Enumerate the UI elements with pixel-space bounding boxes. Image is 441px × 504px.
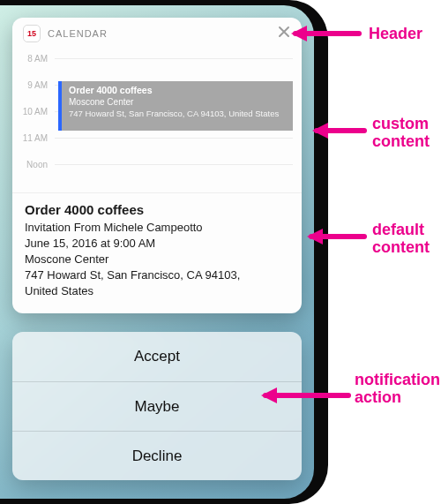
details-address-line1: 747 Howard St, San Francisco, CA 94103, bbox=[25, 267, 289, 283]
time-row: 8 AM bbox=[12, 53, 302, 79]
details-datetime: June 15, 2016 at 9:00 AM bbox=[25, 236, 289, 252]
time-label: 10 AM bbox=[12, 106, 55, 118]
event-location: Moscone Center bbox=[69, 96, 286, 108]
time-label: 11 AM bbox=[12, 132, 55, 145]
callout-default-content: defaultcontent bbox=[372, 221, 430, 256]
callout-custom-content: customcontent bbox=[372, 115, 430, 150]
time-label: 8 AM bbox=[12, 53, 55, 65]
calendar-app-icon: 15 bbox=[23, 25, 41, 42]
event-title: Order 4000 coffees bbox=[69, 85, 286, 96]
details-title: Order 4000 coffees bbox=[25, 202, 289, 218]
phone-bezel: 15 CALENDAR 8 AM 9 AM bbox=[0, 0, 328, 504]
callout-notification-action: notificationaction bbox=[355, 371, 440, 406]
app-name-label: CALENDAR bbox=[48, 28, 108, 39]
time-row: Noon bbox=[12, 159, 302, 185]
time-label: Noon bbox=[12, 159, 55, 171]
details-address-line2: United States bbox=[25, 283, 289, 299]
accept-button[interactable]: Accept bbox=[12, 332, 302, 381]
calendar-event-block[interactable]: Order 4000 coffees Moscone Center 747 Ho… bbox=[58, 81, 293, 131]
annotated-screenshot: 15 CALENDAR 8 AM 9 AM bbox=[0, 0, 441, 504]
decline-button[interactable]: Decline bbox=[12, 431, 302, 480]
close-button[interactable] bbox=[275, 25, 293, 42]
notification-actions: Accept Maybe Decline bbox=[12, 332, 302, 480]
default-content: Order 4000 coffees Invitation From Miche… bbox=[12, 192, 302, 313]
notification-card: 15 CALENDAR 8 AM 9 AM bbox=[12, 18, 302, 313]
time-row: 11 AM bbox=[12, 132, 302, 159]
time-label: 9 AM bbox=[12, 79, 55, 92]
notification-header: 15 CALENDAR bbox=[12, 18, 302, 49]
phone-screen: 15 CALENDAR 8 AM 9 AM bbox=[0, 5, 314, 499]
callout-header: Header bbox=[369, 25, 422, 42]
event-address: 747 Howard St, San Francisco, CA 94103, … bbox=[69, 108, 286, 119]
details-invitation: Invitation From Michele Campeotto bbox=[25, 220, 289, 236]
close-icon bbox=[278, 26, 290, 41]
details-location: Moscone Center bbox=[25, 252, 289, 267]
maybe-button[interactable]: Maybe bbox=[12, 381, 302, 431]
custom-content-timeline: 8 AM 9 AM 10 AM 11 AM bbox=[12, 49, 302, 192]
